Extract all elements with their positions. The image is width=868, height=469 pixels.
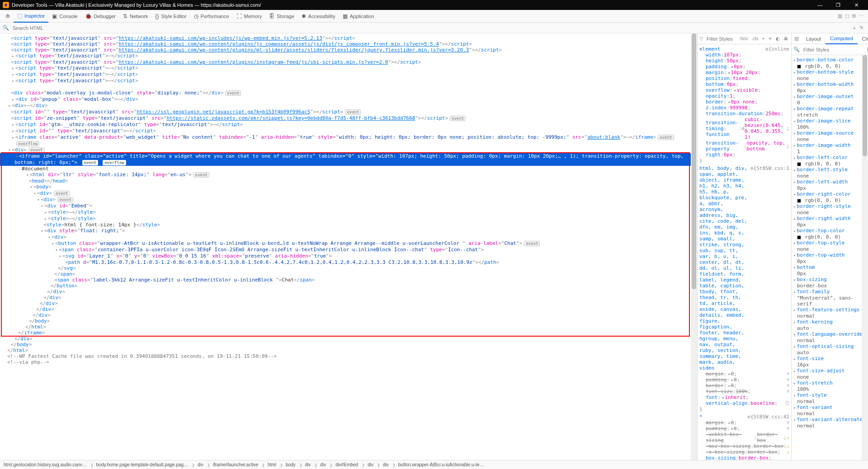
expander-icon[interactable] — [11, 134, 15, 141]
color-swatch[interactable] — [797, 235, 801, 239]
color-swatch[interactable] — [797, 65, 801, 69]
settings-icon[interactable]: ▢ — [845, 13, 849, 19]
expander-icon[interactable] — [7, 147, 12, 153]
event-badge[interactable]: event — [658, 135, 674, 140]
tab-inspector[interactable]: ⬚Inspector — [14, 10, 48, 23]
breadcrumb-item[interactable]: div#Embed — [328, 462, 360, 467]
computed-property[interactable]: ▸font-optical-sizingauto — [793, 343, 866, 356]
dom-node[interactable]: <div style="float: right;"> — [0, 228, 697, 234]
css-declaration[interactable]: position: fixed; — [699, 75, 789, 81]
css-declaration[interactable]: box-sizing: border-box; — [699, 455, 789, 460]
computed-property[interactable]: ▸border-image-width1 — [793, 142, 866, 155]
add-rule-button[interactable]: + — [760, 36, 766, 41]
expander-icon[interactable] — [58, 253, 62, 259]
event-badge[interactable]: event — [524, 241, 540, 246]
expander-icon[interactable] — [25, 172, 30, 178]
responsive-icon[interactable]: ▥ — [838, 13, 842, 19]
expander-icon[interactable] — [51, 240, 55, 247]
computed-property[interactable]: ▸font-kerningauto — [793, 319, 866, 331]
add-node-button[interactable]: + — [851, 25, 858, 31]
dom-node[interactable]: overflow — [0, 141, 697, 147]
event-badge[interactable]: event — [57, 197, 73, 202]
dom-node[interactable]: <path d="M1.3,16c-0.7,0-1.1-0.3-1.2-0.8c… — [0, 259, 697, 265]
css-declaration[interactable]: margin: ▸ 0;▽ — [699, 420, 789, 426]
expander-icon[interactable] — [14, 153, 19, 159]
computed-property[interactable]: ▸border-bottom-color rgb(0, 0, 0) — [793, 57, 866, 69]
dom-node[interactable]: <iframe class="active" data-product="web… — [0, 134, 697, 141]
css-declaration[interactable]: -webkit-box-sizing: border-box;⚠ — [699, 431, 789, 443]
dom-node[interactable]: </div> — [0, 300, 697, 306]
css-declaration[interactable]: font: ▸ inherit; — [699, 394, 789, 400]
breadcrumb-item[interactable]: html.geolocation.history.svg.audio.canv… — [2, 462, 89, 467]
pick-element-button[interactable]: ⟰ — [2, 10, 14, 23]
computed-property[interactable]: ▸font-stylenormal — [793, 392, 866, 404]
expander-icon[interactable] — [29, 184, 33, 190]
dom-node[interactable]: </div> — [0, 289, 697, 295]
computed-property[interactable]: ▸border-image-sourcenone — [793, 130, 866, 142]
tab-memory[interactable]: ⛶Memory — [233, 10, 266, 23]
minimize-button[interactable]: — — [811, 2, 829, 8]
css-declaration[interactable]: overflow: ▸ visible; — [699, 87, 789, 93]
dom-node[interactable]: <script type="text/javascript">⋯</script… — [0, 71, 697, 78]
dom-node[interactable]: </div> — [0, 306, 697, 312]
dom-node[interactable]: <script type="text/javascript">⋯</script… — [0, 53, 697, 59]
css-declaration[interactable]: width: 107px; — [699, 52, 789, 58]
dom-node[interactable]: <html dir="ltr" style="font-size: 14px;"… — [0, 172, 697, 178]
info-icon[interactable]: ⓘ — [785, 400, 789, 406]
dom-node[interactable]: <script id="gtm-__utmzz-cookie-replicato… — [0, 122, 697, 128]
computed-property[interactable]: ▸border-top-stylenone — [793, 240, 866, 252]
dom-node[interactable]: <script id="" type="text/javascript">⋯</… — [0, 128, 697, 134]
css-declaration[interactable]: margin: ▸ 0;▽ — [699, 371, 789, 377]
css-declaration[interactable]: transition-property: opacity, top, botto… — [699, 140, 789, 152]
color-swatch[interactable] — [797, 162, 801, 166]
close-button[interactable]: ✕ — [847, 2, 865, 8]
dom-node[interactable]: <script type="text/javascript" src="http… — [0, 47, 697, 53]
filter-icon[interactable]: ▽ — [787, 383, 789, 389]
breadcrumb-item[interactable]: html — [260, 462, 278, 467]
css-declaration[interactable]: bottom: 0px; — [699, 81, 789, 87]
breadcrumb-item[interactable]: div — [375, 462, 391, 467]
dom-node[interactable]: <div class="modal-overlay js-modal-close… — [0, 90, 697, 96]
dom-node[interactable]: <style>⋯</style> — [0, 209, 697, 216]
cls-toggle[interactable]: .cls — [750, 36, 760, 41]
print-icon[interactable]: 🖶 — [782, 36, 789, 41]
expander-icon[interactable] — [40, 203, 44, 209]
computed-filter-input[interactable] — [803, 47, 866, 52]
dom-node[interactable]: <style>⋯</style> — [0, 216, 697, 222]
dom-node[interactable]: <iframe id="launcher" class="active" tit… — [0, 153, 697, 159]
event-badge[interactable]: event — [28, 147, 44, 153]
changes-tab[interactable]: Chang — [858, 33, 868, 44]
css-declaration[interactable]: padding: ▸ 0px; — [699, 64, 789, 70]
breadcrumb-item[interactable]: iframe#launcher.active — [205, 462, 260, 467]
dom-node[interactable]: <script type="text/javascript">⋯</script… — [0, 78, 697, 84]
computed-property[interactable]: ▸font-stretch100% — [793, 380, 866, 392]
expander-icon[interactable] — [47, 234, 52, 240]
dom-node[interactable]: <script id="ze-snippet" type="text/javas… — [0, 115, 697, 122]
css-declaration[interactable]: font-size: 100%;▽ — [699, 389, 789, 394]
expander-icon[interactable] — [54, 247, 59, 253]
css-declaration[interactable]: padding: ▸ 0;▽ — [699, 426, 789, 431]
computed-property[interactable]: ▸border-bottom-width0px — [793, 81, 866, 94]
layout-tab[interactable]: Layout — [802, 33, 826, 44]
filter-icon[interactable]: ▽ — [787, 426, 789, 431]
css-declaration[interactable]: border: ▸ 0px none; — [699, 99, 789, 105]
dom-node[interactable]: <span class="label-3kk12 Arrange-sizeFit… — [0, 277, 697, 283]
computed-property[interactable]: ▸border-image-outset0 — [793, 94, 866, 106]
dom-node[interactable]: <style>html { font-size: 14px }</style> — [0, 222, 697, 228]
tab-application[interactable]: ▦Application — [339, 10, 378, 23]
computed-property[interactable]: ▸border-right-width0px — [793, 216, 866, 228]
computed-property[interactable]: ▸box-sizingborder-box — [793, 277, 866, 289]
hov-toggle[interactable]: :hov — [738, 36, 749, 41]
computed-property[interactable]: ▸border-image-slice100% — [793, 118, 866, 130]
dom-node[interactable]: </div> — [0, 336, 697, 342]
event-badge[interactable]: event — [345, 109, 361, 115]
css-declaration[interactable]: opacity: 1; — [699, 93, 789, 99]
dom-node[interactable]: </html> — [0, 324, 697, 330]
dom-node[interactable]: </div> — [0, 295, 697, 300]
tab-debugger[interactable]: 🐞Debugger — [81, 10, 119, 23]
css-declaration[interactable]: -o-box-sizing: border-box;⚠ — [699, 449, 789, 455]
dom-node[interactable]: <div> — [0, 234, 697, 240]
event-badge[interactable]: event — [225, 90, 241, 96]
dom-node[interactable]: #document — [0, 166, 697, 172]
css-declaration[interactable]: vertical-align: baseline;ⓘ — [699, 400, 789, 406]
